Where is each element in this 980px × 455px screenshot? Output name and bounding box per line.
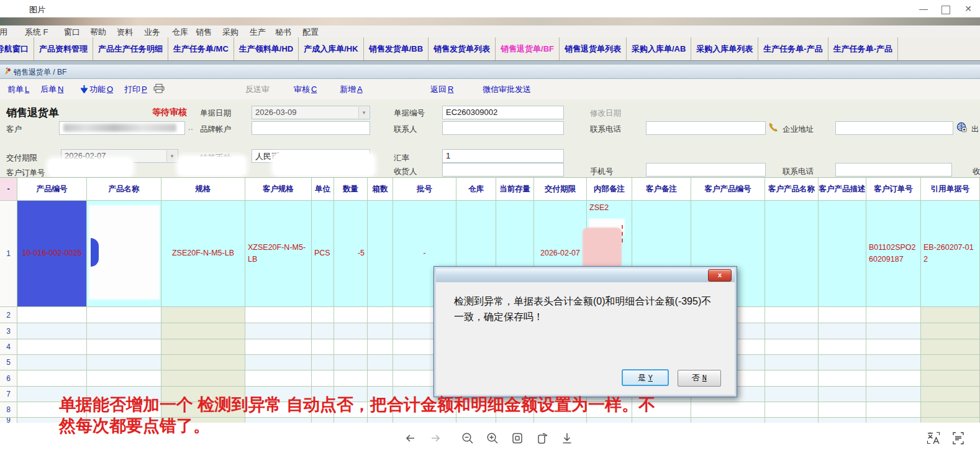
tab-4[interactable]: 生产领料单/HD [234, 37, 299, 60]
row-number[interactable]: 7 [0, 387, 17, 402]
table-cell[interactable] [87, 370, 161, 387]
table-cell[interactable] [921, 323, 980, 339]
row-number[interactable]: 5 [0, 355, 17, 370]
column-header[interactable]: 批号 [393, 178, 456, 201]
translate-icon[interactable] [925, 430, 941, 446]
table-cell[interactable] [368, 323, 393, 339]
table-cell[interactable] [921, 387, 980, 402]
toolbar-微信审批发送[interactable]: 微信审批发送 [483, 84, 531, 95]
table-cell[interactable] [245, 355, 312, 370]
table-cell[interactable] [765, 323, 819, 339]
column-header[interactable]: 箱数 [368, 178, 393, 201]
column-header[interactable]: 交付期限 [534, 178, 587, 201]
column-header[interactable]: 引用单据号 [921, 178, 980, 201]
table-cell[interactable] [161, 323, 245, 339]
table-cell[interactable] [819, 307, 866, 323]
company-address-input[interactable] [835, 121, 953, 135]
table-cell[interactable] [819, 201, 866, 307]
table-cell[interactable]: XZSE20F-N-M5-LB [245, 201, 312, 307]
table-cell[interactable] [866, 387, 921, 402]
table-cell[interactable] [866, 370, 921, 387]
column-header[interactable]: 仓库 [456, 178, 496, 201]
close-icon[interactable]: ✕ [959, 2, 978, 15]
table-cell[interactable] [87, 339, 161, 355]
table-cell[interactable] [87, 307, 161, 323]
exchange-rate-input[interactable]: 1 [442, 149, 564, 163]
table-cell[interactable] [368, 370, 393, 387]
table-cell[interactable] [921, 402, 980, 418]
row-number[interactable]: 2 [0, 307, 17, 323]
column-header[interactable]: 客户产品名称 [765, 178, 819, 201]
mobile-input[interactable] [646, 163, 766, 177]
column-header[interactable]: 客户备注 [632, 178, 691, 201]
table-cell[interactable]: PCS [312, 201, 334, 307]
table-cell[interactable] [921, 307, 980, 323]
table-cell[interactable] [368, 307, 393, 323]
table-cell[interactable] [765, 307, 819, 323]
table-cell[interactable] [17, 370, 87, 387]
row-number[interactable]: 3 [0, 323, 17, 339]
table-cell[interactable] [17, 339, 87, 355]
table-cell[interactable] [161, 307, 245, 323]
toolbar-新增[interactable]: 新增A [340, 84, 363, 95]
minimize-icon[interactable]: — [914, 2, 933, 15]
receiver-input[interactable] [442, 163, 564, 177]
table-cell[interactable] [921, 339, 980, 355]
tab-13[interactable]: 生产任务单-产品 [828, 37, 898, 60]
table-cell[interactable] [819, 402, 866, 418]
maximize-icon[interactable] [941, 6, 950, 14]
printer-icon[interactable] [153, 84, 165, 94]
tab-12[interactable]: 生产任务单-产品 [758, 37, 828, 60]
contact-input[interactable] [442, 121, 564, 135]
contact-phone-input[interactable] [646, 121, 766, 135]
table-cell[interactable] [334, 323, 368, 339]
table-cell[interactable] [245, 370, 312, 387]
table-cell[interactable]: 10-016-002-0025 [17, 201, 87, 307]
table-cell[interactable] [765, 370, 819, 387]
column-header[interactable]: 客户规格 [245, 178, 312, 201]
table-cell[interactable] [819, 370, 866, 387]
table-cell[interactable] [819, 339, 866, 355]
tab-active[interactable]: 销售退货单/BF [496, 37, 560, 60]
table-cell[interactable]: EB-260207-012 [921, 201, 980, 307]
table-cell[interactable] [245, 307, 312, 323]
menu-item[interactable]: 窗口 [64, 27, 80, 38]
globe-icon[interactable] [956, 122, 967, 132]
row-number[interactable]: 1 [0, 201, 17, 307]
toolbar-反送审[interactable]: 反送审 [245, 84, 270, 95]
column-header[interactable]: - [0, 178, 17, 201]
toolbar-返回[interactable]: 返回R [430, 84, 453, 95]
doc-date-input[interactable]: 2026-03-09 ▾ [252, 106, 370, 119]
menu-item[interactable]: 系统 F [25, 27, 48, 38]
phone-icon[interactable] [768, 122, 779, 132]
column-header[interactable]: 数量 [334, 178, 368, 201]
toolbar-前单[interactable]: 前单L [7, 84, 29, 95]
table-cell[interactable] [765, 201, 819, 307]
table-cell[interactable] [312, 323, 334, 339]
tab-3[interactable]: 生产任务单/MC [168, 37, 234, 60]
table-cell[interactable] [819, 387, 866, 402]
table-cell[interactable] [765, 339, 819, 355]
table-cell[interactable] [161, 370, 245, 387]
table-cell[interactable] [921, 370, 980, 387]
calendar-dropdown-icon[interactable]: ▾ [358, 107, 369, 118]
toolbar-审核[interactable]: 审核C [294, 84, 317, 95]
table-cell[interactable] [17, 307, 87, 323]
contact-phone2-input[interactable] [835, 163, 952, 177]
menu-item[interactable]: 常用 [0, 27, 7, 38]
table-cell[interactable] [161, 355, 245, 370]
brand-account-input[interactable] [252, 121, 370, 135]
row-number[interactable]: 6 [0, 370, 17, 387]
table-cell[interactable] [334, 339, 368, 355]
table-cell[interactable] [866, 339, 921, 355]
tab-6[interactable]: 销售发货单/BB [364, 37, 429, 60]
column-header[interactable]: 产品编号 [17, 178, 87, 201]
customer-input[interactable] [59, 121, 185, 135]
toolbar-后单[interactable]: 后单N [40, 84, 63, 95]
table-cell[interactable] [866, 323, 921, 339]
column-header[interactable]: 客户产品描述 [819, 178, 866, 201]
ocr-icon[interactable] [950, 430, 966, 446]
tab-9[interactable]: 销售退货单列表 [560, 37, 627, 60]
table-cell[interactable]: ZSE20F-N-M5-LB [161, 201, 245, 307]
table-cell[interactable] [866, 402, 921, 418]
